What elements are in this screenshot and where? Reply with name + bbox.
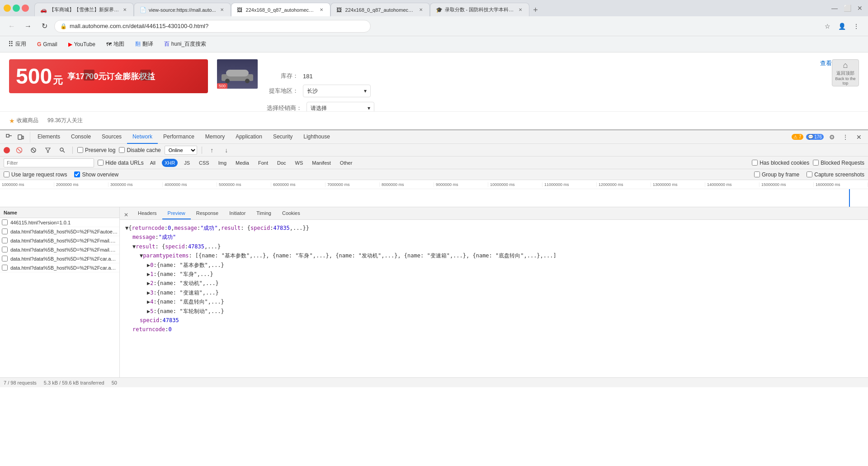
- forward-btn[interactable]: →: [22, 20, 34, 33]
- group-by-frame-input[interactable]: [754, 171, 760, 177]
- bookmark-maps[interactable]: 🗺 地图: [104, 39, 127, 49]
- inspect-element-btn[interactable]: [4, 132, 14, 143]
- detail-tab-initiator[interactable]: Initiator: [224, 208, 251, 219]
- capture-screenshots-input[interactable]: [807, 171, 812, 177]
- region-select[interactable]: 长沙 ▾: [303, 85, 371, 97]
- export-har-btn[interactable]: ↓: [221, 145, 232, 156]
- filter-img-btn[interactable]: Img: [216, 159, 229, 167]
- close-btn[interactable]: [22, 5, 29, 12]
- timeline-bars[interactable]: [0, 189, 868, 207]
- bookmark-apps[interactable]: ⠿ 应用: [5, 39, 29, 49]
- tab-close-1[interactable]: ✕: [122, 7, 128, 13]
- win-close-btn[interactable]: ✕: [855, 4, 864, 13]
- large-rows-input[interactable]: [4, 171, 9, 177]
- tab-2[interactable]: 📄 view-source:https://mall.auto... ✕: [134, 3, 231, 16]
- win-restore-btn[interactable]: ⬜: [843, 4, 852, 13]
- blocked-requests-input[interactable]: [813, 160, 819, 166]
- request-checkbox-4[interactable]: [2, 247, 8, 252]
- item0-toggle[interactable]: ▶: [147, 261, 150, 270]
- dt-tab-sources[interactable]: Sources: [96, 130, 127, 144]
- request-checkbox-3[interactable]: [2, 238, 8, 243]
- dt-tab-performance[interactable]: Performance: [158, 130, 200, 144]
- filter-other-btn[interactable]: Other: [337, 159, 355, 167]
- dealer-select[interactable]: 请选择 ▾: [307, 102, 374, 111]
- result-toggle[interactable]: ▼: [132, 242, 136, 251]
- filter-js-btn[interactable]: JS: [181, 159, 193, 167]
- filter-ws-btn[interactable]: WS: [292, 159, 306, 167]
- profile-btn[interactable]: 👤: [835, 20, 848, 33]
- back-btn[interactable]: ←: [5, 20, 18, 33]
- json-preview-panel[interactable]: ▼ { returncode : 0 , message : "成功" , re…: [120, 220, 868, 377]
- tab-close-5[interactable]: ✕: [517, 7, 524, 13]
- filter-manifest-btn[interactable]: Manifest: [309, 159, 334, 167]
- dt-tab-network[interactable]: Network: [127, 130, 158, 144]
- detail-tab-preview[interactable]: Preview: [162, 208, 191, 219]
- bookmark-baidu[interactable]: 百 huni_百度搜索: [161, 39, 209, 49]
- dt-tab-security[interactable]: Security: [268, 130, 298, 144]
- blocked-cookies-checkbox[interactable]: Has blocked cookies: [752, 160, 809, 166]
- filter-font-btn[interactable]: Font: [255, 159, 271, 167]
- preserve-log-checkbox[interactable]: Preserve log: [77, 147, 115, 153]
- menu-btn[interactable]: ⋮: [850, 20, 863, 33]
- request-item-1[interactable]: 446115.html?version=1.0.1: [0, 218, 119, 227]
- hide-data-urls-input[interactable]: [98, 160, 104, 166]
- request-item-2[interactable]: data.html?data%5B_host%5D=%2F%2Fautoev..…: [0, 227, 119, 236]
- capture-screenshots-checkbox[interactable]: Capture screenshots: [807, 171, 864, 178]
- filter-doc-btn[interactable]: Doc: [274, 159, 289, 167]
- reload-btn[interactable]: ↻: [38, 20, 51, 33]
- url-bar[interactable]: 🔒 mall.autohome.com.cn/detail/446115-430…: [54, 20, 371, 33]
- detail-tab-timing[interactable]: Timing: [251, 208, 277, 219]
- item3-toggle[interactable]: ▶: [147, 288, 150, 297]
- root-toggle[interactable]: ▼: [125, 223, 128, 233]
- record-btn[interactable]: [4, 147, 10, 153]
- tab-4[interactable]: 🖼 224x168_0_q87_autohomecal... ✕: [330, 3, 430, 16]
- request-checkbox-1[interactable]: [2, 219, 8, 225]
- dt-tab-elements[interactable]: Elements: [32, 130, 66, 144]
- request-checkbox-6[interactable]: [2, 265, 8, 271]
- hide-data-urls-checkbox[interactable]: Hide data URLs: [98, 160, 144, 166]
- bookmark-translate[interactable]: 翻 翻译: [132, 39, 156, 49]
- bookmark-star-btn[interactable]: ☆: [821, 20, 834, 33]
- carousel-prev-btn[interactable]: ‹: [84, 70, 94, 81]
- tab-5[interactable]: 🎓 录取分数 - 国防科技大学本科招... ✕: [430, 3, 529, 16]
- request-checkbox-5[interactable]: [2, 256, 8, 262]
- settings-btn[interactable]: ⚙: [826, 132, 837, 143]
- paramtype-toggle[interactable]: ▼: [140, 251, 143, 260]
- request-item-5[interactable]: data.html?data%5B_host%5D=%2F%2Fcar.api.…: [0, 254, 119, 263]
- tab-3[interactable]: 🖼 224x168_0_q87_autohomecar... ✕: [231, 3, 330, 16]
- request-checkbox-2[interactable]: [2, 228, 8, 234]
- filter-media-btn[interactable]: Media: [233, 159, 252, 167]
- disable-cache-input[interactable]: [119, 147, 125, 153]
- search-icon-btn[interactable]: [57, 145, 68, 156]
- more-options-btn[interactable]: ⋮: [840, 132, 851, 143]
- blocked-requests-checkbox[interactable]: Blocked Requests: [813, 160, 864, 166]
- win-minimize-btn[interactable]: —: [830, 4, 839, 13]
- stop-recording-btn[interactable]: 🚫: [14, 145, 24, 156]
- bookmark-youtube[interactable]: ▶ YouTube: [66, 40, 98, 48]
- group-by-frame-checkbox[interactable]: Group by frame: [754, 171, 799, 178]
- item2-toggle[interactable]: ▶: [147, 279, 150, 288]
- request-item-6[interactable]: data.html?data%5B_host%5D=%2F%2Fcar.api.…: [0, 263, 119, 272]
- clear-btn[interactable]: [28, 145, 39, 156]
- collect-btn[interactable]: ★ 收藏商品: [9, 117, 38, 124]
- tab-1[interactable]: 🚗 【车商城】【雪佛兰】新探界者 ... ✕: [34, 3, 134, 16]
- return-top-btn[interactable]: ⌂ 返回顶部 Back to the top: [832, 59, 859, 86]
- dt-tab-application[interactable]: Application: [230, 130, 268, 144]
- item1-toggle[interactable]: ▶: [147, 270, 150, 279]
- tab-close-3[interactable]: ✕: [318, 7, 325, 13]
- preserve-log-input[interactable]: [77, 147, 83, 153]
- filter-all-btn[interactable]: All: [147, 159, 158, 167]
- detail-tab-cookies[interactable]: Cookies: [277, 208, 306, 219]
- item4-toggle[interactable]: ▶: [147, 297, 150, 306]
- request-item-3[interactable]: data.html?data%5B_host%5D=%2F%2Fmail.ap.…: [0, 236, 119, 245]
- filter-input[interactable]: [4, 158, 94, 167]
- bookmark-gmail[interactable]: G Gmail: [34, 40, 60, 48]
- carousel-next-btn[interactable]: ›: [140, 70, 151, 81]
- dt-tab-lighthouse[interactable]: Lighthouse: [298, 130, 335, 144]
- item5-toggle[interactable]: ▶: [147, 307, 150, 316]
- detail-close-btn[interactable]: ✕: [122, 210, 131, 219]
- tab-close-4[interactable]: ✕: [418, 7, 424, 13]
- network-throttle-select[interactable]: Online Offline Slow 3G Fast 3G: [165, 146, 197, 155]
- filter-css-btn[interactable]: CSS: [196, 159, 212, 167]
- disable-cache-checkbox[interactable]: Disable cache: [119, 147, 160, 153]
